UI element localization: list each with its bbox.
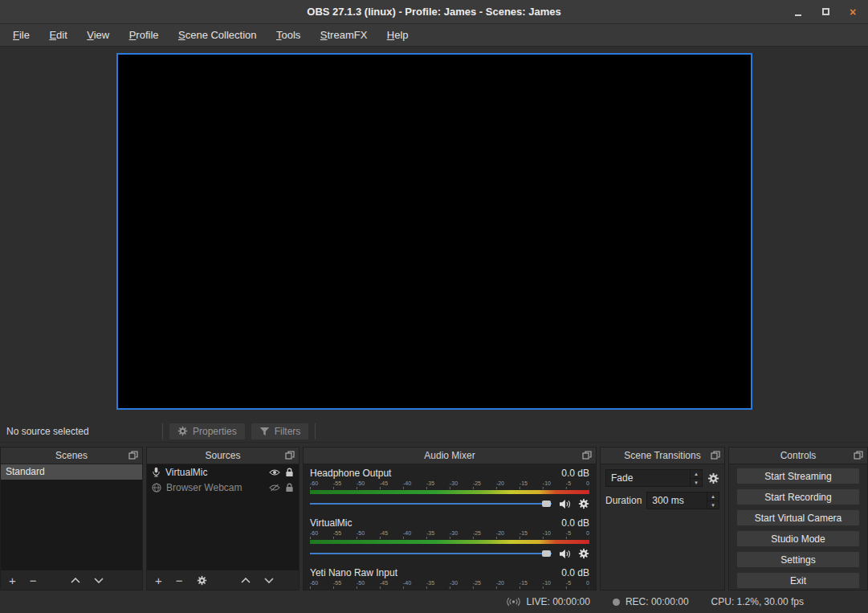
properties-button[interactable]: Properties (169, 423, 246, 440)
mixer-channel-name: VirtualMic (310, 517, 352, 529)
scale-tick-label: -25 (473, 579, 481, 586)
volume-slider-handle[interactable] (542, 501, 551, 507)
scene-transitions-dock: Scene Transitions Fade ▴ ▾ Duration (600, 447, 725, 591)
menu-streamfx[interactable]: StreamFX (312, 24, 376, 46)
scene-transitions-dock-title: Scene Transitions (624, 450, 700, 461)
scale-tick-label: -55 (333, 579, 341, 586)
source-properties-gear-icon[interactable] (197, 575, 207, 586)
volume-slider-track (310, 553, 552, 554)
meter-scale: -60-55-50-45-40-35-30-25-20-15-10-50 (310, 480, 589, 487)
mixer-channel: VirtualMic 0.0 dB -60-55-50-45-40-35-30-… (310, 517, 589, 564)
dock-float-icon[interactable] (582, 451, 592, 460)
mixer-channel-controls (310, 547, 589, 560)
scene-transitions-dock-header[interactable]: Scene Transitions (601, 447, 724, 464)
controls-dock: Controls Start Streaming Start Recording… (728, 447, 868, 591)
channel-settings-gear-icon[interactable] (578, 548, 589, 559)
scene-item[interactable]: Standard (1, 464, 142, 480)
lock-icon[interactable] (285, 468, 294, 477)
preview-canvas[interactable] (116, 53, 752, 410)
rec-status: REC: 00:00:00 (626, 596, 689, 607)
source-name: VirtualMic (165, 467, 264, 478)
menu-view[interactable]: View (79, 24, 117, 46)
menu-file[interactable]: File (5, 24, 38, 46)
scale-tick-label: -20 (496, 579, 504, 586)
spinner-up-icon[interactable]: ▴ (691, 470, 702, 479)
scenes-dock-header[interactable]: Scenes (1, 447, 142, 464)
menu-bar: File Edit View Profile Scene Collection … (0, 24, 868, 47)
menu-edit[interactable]: Edit (41, 24, 75, 46)
microphone-icon (152, 467, 161, 477)
menu-help[interactable]: Help (379, 24, 417, 46)
duration-spinner: ▴ ▾ (707, 492, 719, 509)
minimize-button[interactable] (791, 5, 805, 19)
duration-value[interactable]: 300 ms (647, 495, 707, 506)
controls-dock-header[interactable]: Controls (729, 447, 867, 464)
lock-icon[interactable] (285, 483, 294, 492)
source-up-button[interactable] (241, 578, 251, 583)
speaker-mute-button[interactable] (559, 499, 571, 509)
start-recording-button[interactable]: Start Recording (736, 488, 860, 505)
start-streaming-button[interactable]: Start Streaming (736, 468, 860, 484)
maximize-button[interactable] (818, 5, 833, 19)
menu-scene-collection[interactable]: Scene Collection (170, 24, 265, 46)
speaker-mute-button[interactable] (559, 549, 571, 559)
add-scene-button[interactable]: + (9, 574, 16, 586)
close-icon: × (850, 5, 856, 19)
scale-tick-label: -40 (403, 529, 411, 537)
menu-tools[interactable]: Tools (268, 24, 308, 46)
toolbar-separator (315, 423, 316, 439)
mixer-channel-name: Yeti Nano Raw Input (310, 567, 397, 579)
scale-tick-label: -5 (566, 529, 571, 537)
status-bar: LIVE: 00:00:00 REC: 00:00:00 CPU: 1.2%, … (0, 591, 868, 613)
source-row[interactable]: Browser Webcam (147, 480, 299, 495)
volume-meter (310, 490, 589, 494)
filters-button[interactable]: Filters (251, 423, 310, 440)
volume-slider[interactable] (310, 501, 552, 507)
mixer-channel-level: 0.0 dB (561, 567, 589, 579)
dock-float-icon[interactable] (285, 451, 295, 460)
source-down-button[interactable] (264, 578, 274, 583)
volume-slider-handle[interactable] (542, 550, 551, 557)
rec-status-group: REC: 00:00:00 (613, 596, 689, 607)
dock-float-icon[interactable] (711, 451, 720, 460)
scale-tick-label: 0 (586, 579, 589, 586)
mixer-channel: Yeti Nano Raw Input 0.0 dB -60-55-50-45-… (310, 567, 589, 590)
studio-mode-button[interactable]: Studio Mode (736, 530, 860, 547)
scene-up-button[interactable] (71, 578, 80, 583)
add-source-button[interactable]: + (155, 574, 162, 586)
source-row[interactable]: VirtualMic (147, 464, 299, 480)
start-virtual-camera-button[interactable]: Start Virtual Camera (736, 509, 860, 526)
eye-icon[interactable] (269, 468, 280, 476)
transition-select[interactable]: Fade ▴ ▾ (605, 469, 703, 487)
close-button[interactable]: × (846, 5, 860, 19)
eye-slash-icon[interactable] (269, 484, 280, 492)
toolbar-separator (162, 423, 163, 439)
spinner-up-icon[interactable]: ▴ (707, 492, 719, 501)
broadcast-icon (507, 597, 520, 607)
scale-tick-label: -25 (473, 480, 481, 487)
dock-float-icon[interactable] (854, 451, 863, 460)
scene-down-button[interactable] (94, 578, 104, 583)
sources-list: VirtualMic Browser Webcam (147, 464, 299, 570)
spinner-down-icon[interactable]: ▾ (707, 501, 719, 509)
source-name: Browser Webcam (166, 482, 264, 493)
audio-mixer-dock-header[interactable]: Audio Mixer (304, 447, 596, 464)
remove-scene-button[interactable]: − (30, 574, 37, 586)
scale-tick-label: -45 (380, 480, 388, 487)
scale-tick-label: -10 (543, 579, 551, 586)
remove-source-button[interactable]: − (176, 574, 183, 586)
sources-dock-header[interactable]: Sources (147, 447, 299, 464)
scenes-list: Standard (1, 464, 142, 570)
transition-properties-gear-icon[interactable] (707, 472, 719, 484)
duration-spinbox[interactable]: 300 ms ▴ ▾ (646, 492, 719, 509)
exit-button[interactable]: Exit (736, 572, 860, 589)
channel-settings-gear-icon[interactable] (578, 498, 589, 509)
settings-button[interactable]: Settings (736, 551, 860, 568)
menu-profile[interactable]: Profile (121, 24, 167, 46)
volume-slider[interactable] (310, 550, 552, 557)
scale-tick-label: -15 (520, 529, 528, 537)
spinner-down-icon[interactable]: ▾ (691, 479, 702, 487)
dock-float-icon[interactable] (128, 451, 138, 460)
titlebar[interactable]: OBS 27.1.3 (linux) - Profile: James - Sc… (0, 0, 868, 24)
mixer-channel-level: 0.0 dB (561, 468, 589, 480)
